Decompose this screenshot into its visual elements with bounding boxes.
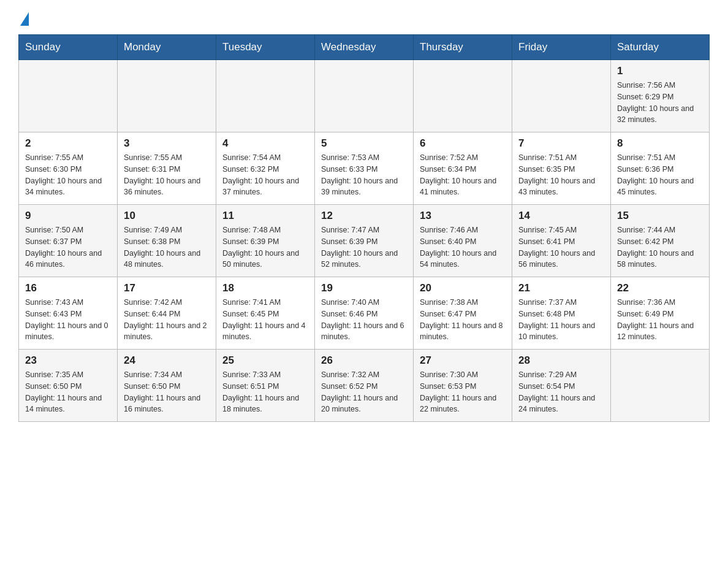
day-number: 9 — [25, 210, 111, 222]
page-header — [18, 12, 710, 23]
day-info: Sunrise: 7:37 AM Sunset: 6:48 PM Dayligh… — [518, 297, 604, 343]
calendar-cell: 12Sunrise: 7:47 AM Sunset: 6:39 PM Dayli… — [315, 205, 414, 277]
calendar-cell: 7Sunrise: 7:51 AM Sunset: 6:35 PM Daylig… — [512, 132, 611, 205]
logo — [18, 12, 29, 23]
calendar-cell: 25Sunrise: 7:33 AM Sunset: 6:51 PM Dayli… — [216, 350, 315, 422]
day-number: 4 — [222, 137, 308, 150]
day-info: Sunrise: 7:30 AM Sunset: 6:53 PM Dayligh… — [420, 369, 506, 415]
day-number: 15 — [617, 210, 703, 222]
day-number: 28 — [518, 354, 604, 367]
calendar-cell: 15Sunrise: 7:44 AM Sunset: 6:42 PM Dayli… — [611, 205, 710, 277]
calendar-week-row: 23Sunrise: 7:35 AM Sunset: 6:50 PM Dayli… — [19, 350, 710, 422]
weekday-header-friday: Friday — [512, 35, 611, 60]
day-number: 20 — [420, 282, 506, 294]
day-number: 22 — [617, 282, 703, 294]
weekday-header-sunday: Sunday — [19, 35, 118, 60]
day-number: 14 — [518, 210, 604, 222]
calendar-cell — [512, 60, 611, 132]
calendar-cell: 26Sunrise: 7:32 AM Sunset: 6:52 PM Dayli… — [315, 350, 414, 422]
calendar-cell: 23Sunrise: 7:35 AM Sunset: 6:50 PM Dayli… — [19, 350, 118, 422]
day-info: Sunrise: 7:34 AM Sunset: 6:50 PM Dayligh… — [124, 369, 210, 415]
calendar-week-row: 16Sunrise: 7:43 AM Sunset: 6:43 PM Dayli… — [19, 277, 710, 350]
calendar-cell — [414, 60, 512, 132]
day-number: 21 — [518, 282, 604, 294]
weekday-header-wednesday: Wednesday — [315, 35, 414, 60]
day-info: Sunrise: 7:48 AM Sunset: 6:39 PM Dayligh… — [222, 224, 308, 270]
weekday-header-monday: Monday — [118, 35, 216, 60]
calendar-cell: 8Sunrise: 7:51 AM Sunset: 6:36 PM Daylig… — [611, 132, 710, 205]
day-info: Sunrise: 7:55 AM Sunset: 6:30 PM Dayligh… — [25, 152, 111, 198]
calendar-cell: 13Sunrise: 7:46 AM Sunset: 6:40 PM Dayli… — [414, 205, 512, 277]
calendar-cell — [216, 60, 315, 132]
day-info: Sunrise: 7:54 AM Sunset: 6:32 PM Dayligh… — [222, 152, 308, 198]
day-number: 1 — [617, 65, 703, 77]
day-info: Sunrise: 7:50 AM Sunset: 6:37 PM Dayligh… — [25, 224, 111, 270]
calendar-cell: 3Sunrise: 7:55 AM Sunset: 6:31 PM Daylig… — [118, 132, 216, 205]
calendar-cell: 1Sunrise: 7:56 AM Sunset: 6:29 PM Daylig… — [611, 60, 710, 132]
weekday-header-saturday: Saturday — [611, 35, 710, 60]
calendar-cell — [19, 60, 118, 132]
calendar-cell: 6Sunrise: 7:52 AM Sunset: 6:34 PM Daylig… — [414, 132, 512, 205]
day-info: Sunrise: 7:45 AM Sunset: 6:41 PM Dayligh… — [518, 224, 604, 270]
calendar-cell: 5Sunrise: 7:53 AM Sunset: 6:33 PM Daylig… — [315, 132, 414, 205]
day-number: 24 — [124, 354, 210, 367]
logo-triangle-icon — [20, 12, 29, 26]
day-info: Sunrise: 7:44 AM Sunset: 6:42 PM Dayligh… — [617, 224, 703, 270]
day-info: Sunrise: 7:49 AM Sunset: 6:38 PM Dayligh… — [124, 224, 210, 270]
day-number: 5 — [321, 137, 407, 150]
day-number: 2 — [25, 137, 111, 150]
day-info: Sunrise: 7:41 AM Sunset: 6:45 PM Dayligh… — [222, 297, 308, 343]
day-number: 7 — [518, 137, 604, 150]
day-number: 25 — [222, 354, 308, 367]
day-info: Sunrise: 7:56 AM Sunset: 6:29 PM Dayligh… — [617, 80, 703, 126]
day-info: Sunrise: 7:35 AM Sunset: 6:50 PM Dayligh… — [25, 369, 111, 415]
day-info: Sunrise: 7:42 AM Sunset: 6:44 PM Dayligh… — [124, 297, 210, 343]
calendar-table: SundayMondayTuesdayWednesdayThursdayFrid… — [18, 34, 710, 422]
calendar-week-row: 2Sunrise: 7:55 AM Sunset: 6:30 PM Daylig… — [19, 132, 710, 205]
calendar-week-row: 9Sunrise: 7:50 AM Sunset: 6:37 PM Daylig… — [19, 205, 710, 277]
day-number: 26 — [321, 354, 407, 367]
calendar-cell: 4Sunrise: 7:54 AM Sunset: 6:32 PM Daylig… — [216, 132, 315, 205]
calendar-cell: 16Sunrise: 7:43 AM Sunset: 6:43 PM Dayli… — [19, 277, 118, 350]
day-info: Sunrise: 7:43 AM Sunset: 6:43 PM Dayligh… — [25, 297, 111, 343]
calendar-cell: 20Sunrise: 7:38 AM Sunset: 6:47 PM Dayli… — [414, 277, 512, 350]
calendar-cell: 2Sunrise: 7:55 AM Sunset: 6:30 PM Daylig… — [19, 132, 118, 205]
calendar-cell: 22Sunrise: 7:36 AM Sunset: 6:49 PM Dayli… — [611, 277, 710, 350]
day-info: Sunrise: 7:53 AM Sunset: 6:33 PM Dayligh… — [321, 152, 407, 198]
calendar-cell: 9Sunrise: 7:50 AM Sunset: 6:37 PM Daylig… — [19, 205, 118, 277]
day-info: Sunrise: 7:33 AM Sunset: 6:51 PM Dayligh… — [222, 369, 308, 415]
day-info: Sunrise: 7:29 AM Sunset: 6:54 PM Dayligh… — [518, 369, 604, 415]
calendar-cell: 10Sunrise: 7:49 AM Sunset: 6:38 PM Dayli… — [118, 205, 216, 277]
calendar-cell: 27Sunrise: 7:30 AM Sunset: 6:53 PM Dayli… — [414, 350, 512, 422]
day-info: Sunrise: 7:36 AM Sunset: 6:49 PM Dayligh… — [617, 297, 703, 343]
calendar-cell — [118, 60, 216, 132]
calendar-cell — [611, 350, 710, 422]
calendar-cell: 18Sunrise: 7:41 AM Sunset: 6:45 PM Dayli… — [216, 277, 315, 350]
day-info: Sunrise: 7:47 AM Sunset: 6:39 PM Dayligh… — [321, 224, 407, 270]
day-number: 27 — [420, 354, 506, 367]
day-info: Sunrise: 7:46 AM Sunset: 6:40 PM Dayligh… — [420, 224, 506, 270]
day-info: Sunrise: 7:32 AM Sunset: 6:52 PM Dayligh… — [321, 369, 407, 415]
day-info: Sunrise: 7:38 AM Sunset: 6:47 PM Dayligh… — [420, 297, 506, 343]
day-number: 17 — [124, 282, 210, 294]
calendar-week-row: 1Sunrise: 7:56 AM Sunset: 6:29 PM Daylig… — [19, 60, 710, 132]
day-number: 23 — [25, 354, 111, 367]
day-info: Sunrise: 7:51 AM Sunset: 6:35 PM Dayligh… — [518, 152, 604, 198]
weekday-header-tuesday: Tuesday — [216, 35, 315, 60]
day-number: 19 — [321, 282, 407, 294]
calendar-cell: 14Sunrise: 7:45 AM Sunset: 6:41 PM Dayli… — [512, 205, 611, 277]
day-number: 18 — [222, 282, 308, 294]
calendar-cell: 28Sunrise: 7:29 AM Sunset: 6:54 PM Dayli… — [512, 350, 611, 422]
calendar-cell: 21Sunrise: 7:37 AM Sunset: 6:48 PM Dayli… — [512, 277, 611, 350]
calendar-cell: 19Sunrise: 7:40 AM Sunset: 6:46 PM Dayli… — [315, 277, 414, 350]
day-info: Sunrise: 7:52 AM Sunset: 6:34 PM Dayligh… — [420, 152, 506, 198]
day-number: 16 — [25, 282, 111, 294]
weekday-header-thursday: Thursday — [414, 35, 512, 60]
day-number: 11 — [222, 210, 308, 222]
calendar-cell — [315, 60, 414, 132]
day-info: Sunrise: 7:40 AM Sunset: 6:46 PM Dayligh… — [321, 297, 407, 343]
day-number: 10 — [124, 210, 210, 222]
weekday-header-row: SundayMondayTuesdayWednesdayThursdayFrid… — [19, 35, 710, 60]
day-number: 12 — [321, 210, 407, 222]
day-number: 13 — [420, 210, 506, 222]
